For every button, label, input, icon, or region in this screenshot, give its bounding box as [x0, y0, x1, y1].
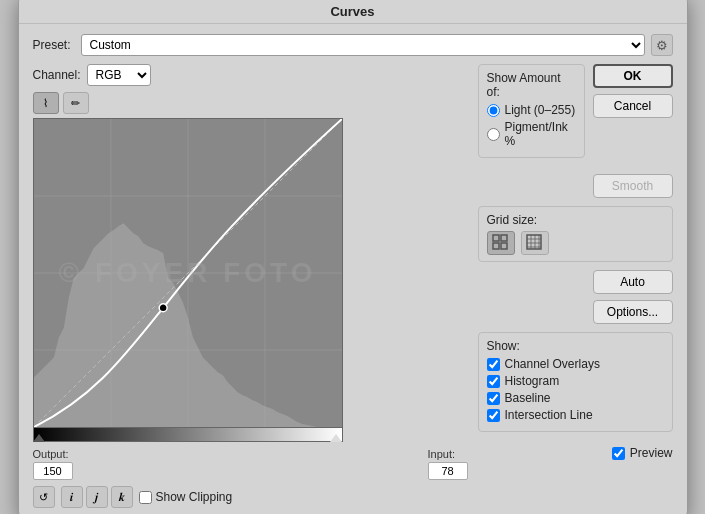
input-field[interactable]: 78 — [428, 462, 468, 480]
output-field[interactable]: 150 — [33, 462, 73, 480]
preview-row: Preview — [478, 446, 673, 460]
intersection-line-label: Intersection Line — [505, 408, 593, 422]
reset-button[interactable]: ↺ — [33, 486, 55, 508]
histogram-checkbox[interactable] — [487, 375, 500, 388]
histogram-row: Histogram — [487, 374, 664, 388]
preview-label: Preview — [630, 446, 673, 460]
ok-button[interactable]: OK — [593, 64, 673, 88]
intersection-line-checkbox[interactable] — [487, 409, 500, 422]
gradient-bar — [33, 428, 343, 442]
intersection-line-row: Intersection Line — [487, 408, 664, 422]
auto-options-row: Auto Options... — [478, 270, 673, 324]
pigment-label: Pigment/Ink % — [505, 120, 576, 148]
gray-eyedropper-icon: 𝒋 — [95, 490, 98, 504]
buttons-group: OK Cancel — [593, 64, 673, 156]
pencil-icon: ✏ — [71, 97, 80, 110]
svg-point-9 — [159, 304, 167, 312]
preset-select[interactable]: Custom — [81, 34, 645, 56]
cancel-button[interactable]: Cancel — [593, 94, 673, 118]
pigment-radio[interactable] — [487, 128, 500, 141]
light-label: Light (0–255) — [505, 103, 576, 117]
baseline-row: Baseline — [487, 391, 664, 405]
channel-select[interactable]: RGB Red Green Blue — [87, 64, 151, 86]
curves-dialog: Curves Preset: Custom ⚙ Channel: RGB Red — [18, 0, 688, 514]
top-right-section: Show Amount of: Light (0–255) Pigment/In… — [478, 64, 673, 166]
curve-adjust-tool[interactable]: ⌇ — [33, 92, 59, 114]
input-label: Input: — [428, 448, 456, 460]
show-clipping-row: Show Clipping — [139, 490, 233, 504]
grid-icons — [487, 231, 664, 255]
gear-icon: ⚙ — [656, 38, 668, 53]
output-label: Output: — [33, 448, 69, 460]
curve-tools: ⌇ ✏ — [33, 92, 468, 114]
channel-overlays-label: Channel Overlays — [505, 357, 600, 371]
preset-label: Preset: — [33, 38, 71, 52]
pencil-tool[interactable]: ✏ — [63, 92, 89, 114]
main-area: Channel: RGB Red Green Blue ⌇ ✏ — [33, 64, 673, 508]
bottom-tools-row: ↺ 𝒊 𝒋 𝒌 — [33, 486, 468, 508]
svg-rect-10 — [493, 235, 499, 241]
smooth-row: Smooth — [478, 174, 673, 198]
preview-checkbox[interactable] — [612, 447, 625, 460]
output-section: Output: 150 — [33, 448, 73, 480]
smooth-button[interactable]: Smooth — [593, 174, 673, 198]
preset-row: Preset: Custom ⚙ — [33, 34, 673, 56]
small-grid-icon — [492, 234, 510, 252]
white-eyedropper-icon: 𝒌 — [119, 490, 125, 504]
show-amount-title: Show Amount of: — [487, 71, 576, 99]
channel-label: Channel: — [33, 68, 81, 82]
baseline-checkbox[interactable] — [487, 392, 500, 405]
show-clipping-label: Show Clipping — [156, 490, 233, 504]
svg-rect-11 — [501, 235, 507, 241]
show-clipping-checkbox[interactable] — [139, 491, 152, 504]
auto-button[interactable]: Auto — [593, 270, 673, 294]
light-radio[interactable] — [487, 104, 500, 117]
gray-eyedropper-button[interactable]: 𝒋 — [86, 486, 108, 508]
channel-overlays-row: Channel Overlays — [487, 357, 664, 371]
eyedropper-group: 𝒊 𝒋 𝒌 — [61, 486, 133, 508]
baseline-label: Baseline — [505, 391, 551, 405]
large-grid-icon — [526, 234, 544, 252]
svg-rect-13 — [501, 243, 507, 249]
white-point-marker[interactable] — [330, 434, 342, 442]
white-eyedropper-button[interactable]: 𝒌 — [111, 486, 133, 508]
curve-canvas[interactable]: © FOYER FOTO — [33, 118, 343, 428]
grid-size-title: Grid size: — [487, 213, 664, 227]
black-eyedropper-button[interactable]: 𝒊 — [61, 486, 83, 508]
input-section: Input: 78 — [428, 448, 468, 480]
dialog-title: Curves — [19, 0, 687, 24]
options-button[interactable]: Options... — [593, 300, 673, 324]
left-panel: Channel: RGB Red Green Blue ⌇ ✏ — [33, 64, 468, 508]
svg-rect-12 — [493, 243, 499, 249]
channel-overlays-checkbox[interactable] — [487, 358, 500, 371]
black-eyedropper-icon: 𝒊 — [70, 490, 73, 504]
histogram-label: Histogram — [505, 374, 560, 388]
show-amount-group: Show Amount of: Light (0–255) Pigment/In… — [478, 64, 585, 158]
channel-row: Channel: RGB Red Green Blue — [33, 64, 468, 86]
output-input-row: Output: 150 Input: 78 — [33, 448, 468, 480]
right-panel: Show Amount of: Light (0–255) Pigment/In… — [478, 64, 673, 508]
gear-button[interactable]: ⚙ — [651, 34, 673, 56]
large-grid-button[interactable] — [521, 231, 549, 255]
show-title: Show: — [487, 339, 664, 353]
show-group: Show: Channel Overlays Histogram Baselin… — [478, 332, 673, 432]
grid-size-group: Grid size: — [478, 206, 673, 262]
black-point-marker[interactable] — [33, 434, 45, 442]
reset-icon: ↺ — [39, 491, 48, 504]
curve-line-icon: ⌇ — [43, 97, 48, 110]
pigment-radio-row: Pigment/Ink % — [487, 120, 576, 148]
light-radio-row: Light (0–255) — [487, 103, 576, 117]
small-grid-button[interactable] — [487, 231, 515, 255]
